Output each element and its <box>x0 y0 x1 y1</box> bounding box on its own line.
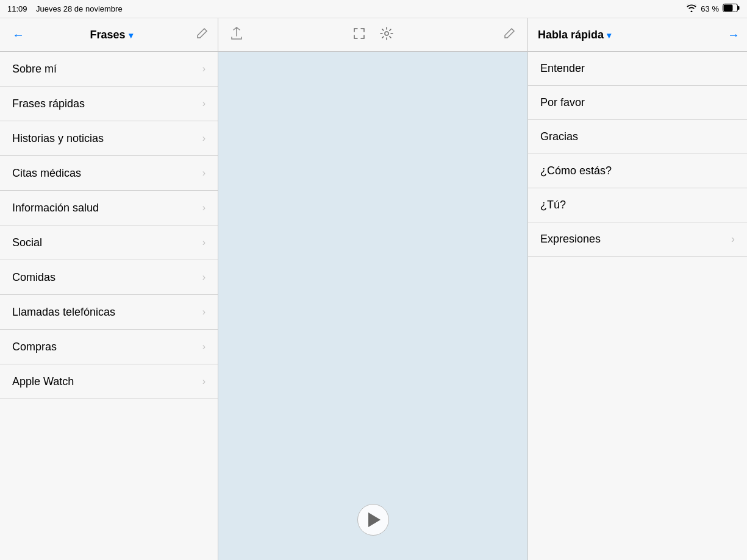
right-list-item-como-estas[interactable]: ¿Cómo estás? <box>528 154 747 188</box>
play-button[interactable] <box>357 504 389 536</box>
status-time-date: 11:09 Jueves 28 de noviembre <box>7 4 123 13</box>
left-list: Sobre mí › Frases rápidas › Historias y … <box>0 52 218 399</box>
list-item[interactable]: Historias y noticias › <box>0 121 218 156</box>
status-bar: 11:09 Jueves 28 de noviembre 63 % <box>0 0 747 18</box>
right-panel-title: Habla rápida ▾ <box>538 29 611 41</box>
back-button[interactable]: ← <box>10 26 27 44</box>
settings-button[interactable] <box>377 24 396 46</box>
chevron-icon: › <box>202 341 206 352</box>
toolbar-icons <box>351 24 396 46</box>
right-panel-header: Habla rápida ▾ → <box>528 18 747 52</box>
list-item[interactable]: Comidas › <box>0 260 218 295</box>
status-date: Jueves 28 de noviembre <box>36 4 123 13</box>
right-list-item-gracias[interactable]: Gracias <box>528 120 747 154</box>
wifi-icon <box>686 4 697 14</box>
chevron-icon: › <box>202 202 206 213</box>
list-item[interactable]: Sobre mí › <box>0 52 218 87</box>
chevron-icon: › <box>202 133 206 144</box>
forward-button[interactable]: → <box>725 26 742 44</box>
right-panel: Habla rápida ▾ → Entender Por favor Grac… <box>527 18 747 560</box>
battery-percentage: 63 % <box>701 4 719 13</box>
middle-panel: ‹ Atrás Copias de seguridad Copiar todos… <box>218 18 527 560</box>
edit-button[interactable] <box>196 27 208 43</box>
chevron-icon: › <box>202 237 206 248</box>
list-item[interactable]: Información salud › <box>0 191 218 225</box>
left-panel: ← Frases ▾ Sobre mí › Frases rápidas › H… <box>0 18 218 560</box>
chevron-icon: › <box>731 233 735 246</box>
battery-icon <box>723 4 740 14</box>
list-item[interactable]: Frases rápidas › <box>0 87 218 121</box>
right-list-item-expresiones[interactable]: Expresiones › <box>528 222 747 257</box>
status-bar-right: 63 % <box>686 4 740 14</box>
chevron-icon: › <box>202 376 206 387</box>
right-toolbar-icons <box>501 25 518 45</box>
list-item[interactable]: Social › <box>0 225 218 260</box>
left-panel-header: ← Frases ▾ <box>0 18 218 52</box>
svg-rect-1 <box>738 6 740 10</box>
list-item[interactable]: Citas médicas › <box>0 156 218 191</box>
chevron-icon: › <box>202 272 206 283</box>
right-list-item-entender[interactable]: Entender <box>528 52 747 86</box>
share-button[interactable] <box>228 24 245 46</box>
list-item[interactable]: Compras › <box>0 330 218 364</box>
status-time: 11:09 <box>7 4 27 13</box>
right-list-item-tu[interactable]: ¿Tú? <box>528 188 747 222</box>
svg-rect-2 <box>724 5 733 12</box>
left-panel-title: Frases ▾ <box>90 29 132 41</box>
chevron-icon: › <box>202 307 206 317</box>
edit-middle-button[interactable] <box>501 25 518 45</box>
chevron-icon: › <box>202 168 206 179</box>
expand-button[interactable] <box>351 24 368 46</box>
svg-point-3 <box>385 32 388 35</box>
middle-toolbar <box>218 18 527 52</box>
chevron-icon: › <box>202 98 206 109</box>
list-item-apple-watch[interactable]: Apple Watch › <box>0 364 218 399</box>
right-list-item-por-favor[interactable]: Por favor <box>528 86 747 120</box>
chevron-icon: › <box>202 63 206 74</box>
right-panel-items: Entender Por favor Gracias ¿Cómo estás? … <box>528 52 747 560</box>
list-item[interactable]: Llamadas telefónicas › <box>0 295 218 330</box>
